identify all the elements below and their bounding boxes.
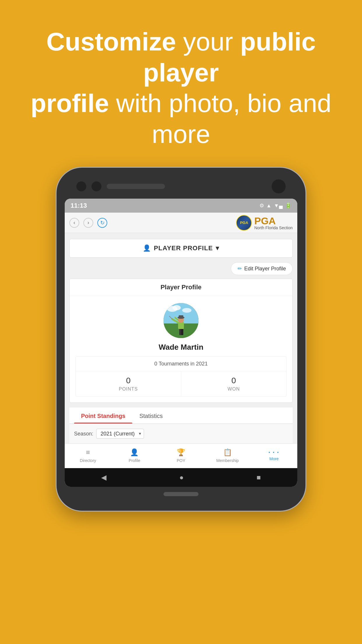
tabs-container: Point Standings Statistics: [69, 407, 293, 424]
pga-badge: PGA: [236, 215, 252, 231]
hero-section: Customize your public player profile wit…: [0, 26, 362, 149]
hero-suffix: with photo, bio and more: [116, 89, 331, 148]
pga-name: PGA: [254, 216, 293, 226]
phone-frame-wrapper: 11:13 ⚙ ▲ ▼▄ 🔋 ‹ ›: [50, 167, 312, 512]
pga-badge-text: PGA: [240, 220, 248, 225]
android-recents-button[interactable]: ■: [256, 473, 261, 482]
back-icon: ‹: [73, 220, 75, 226]
stats-row: 0 POINTS 0 WON: [76, 371, 286, 396]
profile-icon: 👤: [130, 448, 139, 456]
list-icon: ≡: [86, 448, 90, 456]
phone-camera: [272, 179, 286, 193]
phone-dot-2: [92, 181, 101, 191]
status-bar: 11:13 ⚙ ▲ ▼▄ 🔋: [65, 199, 297, 213]
player-name: Wade Martin: [159, 343, 203, 352]
phone-frame: 11:13 ⚙ ▲ ▼▄ 🔋 ‹ ›: [56, 167, 306, 512]
pencil-icon: ✏: [238, 265, 242, 272]
tab-point-standings[interactable]: Point Standings: [74, 407, 132, 424]
player-card-body: Wade Martin 0 Tournaments in 2021 0 POIN…: [70, 296, 292, 402]
edit-button-wrapper: ✏ Edit Player Profile: [69, 262, 293, 275]
phone-dot-1: [76, 181, 86, 191]
season-select[interactable]: 2021 (Current) 2020 2019: [96, 429, 144, 439]
tournament-count: 0 Tournaments in 2021: [76, 357, 286, 371]
nav-item-membership[interactable]: 📋 Membership: [204, 447, 251, 465]
edit-button-label: Edit Player Profile: [244, 266, 286, 272]
browser-bar: ‹ › ↻ PGA PGA North Florida S: [65, 213, 297, 233]
nav-item-profile[interactable]: 👤 Profile: [111, 447, 158, 465]
nav-item-more[interactable]: • • • More: [251, 448, 297, 463]
player-profile-header-button[interactable]: 👤 PLAYER PROFILE ▾: [69, 239, 293, 258]
app-content: 👤 PLAYER PROFILE ▾ ✏ Edit Player Profile: [65, 233, 297, 443]
notification-icon: ▲: [266, 203, 272, 209]
browser-logo: PGA PGA North Florida Section: [236, 215, 293, 231]
nav-item-directory[interactable]: ≡ Directory: [65, 447, 111, 465]
battery-icon: 🔋: [285, 202, 291, 209]
avatar-image: [164, 303, 198, 338]
android-home-button[interactable]: ●: [179, 473, 184, 482]
svg-point-2: [173, 305, 181, 310]
phone-screen: 11:13 ⚙ ▲ ▼▄ 🔋 ‹ ›: [65, 199, 297, 487]
won-stat: 0 WON: [181, 371, 287, 396]
trophy-icon: 🏆: [177, 448, 185, 456]
nav-poy-label: POY: [177, 458, 185, 463]
points-stat: 0 POINTS: [76, 371, 181, 396]
won-label: WON: [186, 386, 282, 392]
status-time: 11:13: [71, 202, 87, 209]
nav-profile-label: Profile: [129, 458, 140, 463]
refresh-icon: ↻: [100, 220, 105, 226]
season-select-wrapper[interactable]: 2021 (Current) 2020 2019: [96, 429, 144, 439]
player-card-title: Player Profile: [70, 279, 292, 296]
tab-statistics-label: Statistics: [139, 413, 163, 419]
hero-customize: Customize: [46, 27, 176, 56]
nav-more-label: More: [269, 456, 279, 461]
bottom-nav: ≡ Directory 👤 Profile 🏆 POY 📋 Membership: [65, 443, 297, 468]
wifi-icon: ▼▄: [274, 203, 283, 209]
player-profile-label: PLAYER PROFILE: [154, 244, 213, 252]
forward-icon: ›: [87, 220, 89, 226]
edit-player-profile-button[interactable]: ✏ Edit Player Profile: [231, 262, 293, 275]
android-back-button[interactable]: ◀: [101, 473, 106, 482]
nav-item-poy[interactable]: 🏆 POY: [158, 447, 204, 465]
phone-home-button[interactable]: [164, 492, 198, 496]
membership-icon: 📋: [223, 448, 232, 456]
browser-back-button[interactable]: ‹: [69, 218, 79, 228]
browser-forward-button[interactable]: ›: [83, 218, 93, 228]
nav-membership-label: Membership: [216, 458, 239, 463]
pga-section: North Florida Section: [254, 226, 293, 230]
phone-top-decorations: [65, 179, 297, 193]
chevron-down-icon: ▾: [216, 244, 219, 252]
player-profile-card: Player Profile: [69, 279, 293, 403]
status-icons: ⚙ ▲ ▼▄ 🔋: [259, 202, 291, 209]
svg-rect-13: [179, 315, 183, 318]
hero-your: your: [183, 27, 240, 56]
person-icon: 👤: [143, 244, 151, 252]
season-row: Season: 2021 (Current) 2020 2019: [69, 424, 293, 443]
phone-speaker: [107, 184, 165, 189]
points-label: POINTS: [80, 386, 176, 392]
nav-directory-label: Directory: [80, 458, 96, 463]
won-value: 0: [186, 376, 282, 385]
browser-refresh-button[interactable]: ↻: [97, 218, 107, 228]
season-label: Season:: [74, 431, 93, 437]
more-icon: • • •: [268, 450, 279, 455]
tab-point-standings-label: Point Standings: [81, 413, 125, 419]
tab-statistics[interactable]: Statistics: [132, 407, 170, 424]
player-avatar: [164, 303, 198, 338]
android-nav-bar: ◀ ● ■: [65, 468, 297, 487]
points-value: 0: [80, 376, 176, 385]
tournament-stats: 0 Tournaments in 2021 0 POINTS 0 WON: [75, 356, 287, 397]
svg-point-3: [182, 308, 191, 313]
pga-text-block: PGA North Florida Section: [254, 216, 293, 230]
hero-profile-bold: profile: [31, 89, 109, 118]
settings-icon: ⚙: [259, 202, 264, 209]
